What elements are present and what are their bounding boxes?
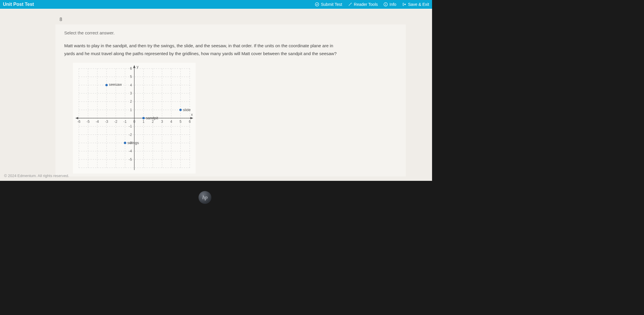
svg-marker-33 (75, 117, 78, 119)
svg-text:2: 2 (130, 99, 132, 104)
svg-text:2: 2 (152, 120, 154, 124)
svg-text:x: x (191, 112, 193, 117)
svg-rect-3 (386, 4, 386, 4)
save-exit-button[interactable]: Save & Exit (402, 2, 429, 7)
svg-marker-32 (190, 117, 193, 119)
svg-text:-4: -4 (96, 120, 99, 124)
copyright-footer: © 2024 Edmentum. All rights reserved. (4, 174, 69, 178)
save-exit-label: Save & Exit (408, 2, 429, 7)
info-icon (384, 2, 388, 6)
point-slide (179, 109, 182, 111)
point-seesaw (105, 84, 108, 86)
info-button[interactable]: Info (384, 2, 396, 7)
point-sandpit (142, 117, 145, 119)
submit-test-button[interactable]: Submit Test (315, 2, 342, 7)
info-label: Info (389, 2, 396, 7)
reader-tools-label: Reader Tools (354, 2, 378, 7)
instruction-text: Select the correct answer. (64, 30, 397, 35)
point-swings (124, 142, 126, 144)
svg-text:3: 3 (161, 120, 163, 124)
submit-test-label: Submit Test (321, 2, 342, 7)
svg-rect-2 (386, 4, 386, 5)
question-area: 8 Select the correct answer. Matt wants … (55, 15, 406, 176)
svg-text:0: 0 (133, 120, 135, 124)
svg-text:6: 6 (189, 120, 191, 124)
svg-text:-5: -5 (86, 120, 90, 124)
svg-text:4: 4 (130, 83, 132, 87)
svg-text:y: y (137, 64, 139, 69)
question-number: 8 (55, 15, 406, 24)
svg-text:-5: -5 (129, 158, 132, 162)
svg-text:1: 1 (130, 108, 132, 112)
check-circle-icon (315, 2, 319, 6)
svg-text:4: 4 (170, 120, 172, 124)
svg-text:5: 5 (130, 75, 132, 79)
wand-icon (348, 2, 352, 6)
top-toolbar: Unit Post Test Submit Test Reader Tools … (0, 0, 432, 9)
point-label-sandpit: sandpit (146, 116, 158, 120)
point-label-slide: slide (183, 108, 191, 112)
exit-icon (402, 2, 406, 6)
svg-text:-2: -2 (114, 120, 117, 124)
svg-text:-4: -4 (129, 149, 132, 153)
hp-logo: hp (199, 191, 211, 204)
svg-marker-34 (133, 65, 135, 68)
point-label-swings: swings (127, 141, 139, 145)
svg-text:6: 6 (130, 66, 132, 71)
svg-text:-1: -1 (123, 120, 127, 124)
coordinate-chart-svg: -6-5-4-3-2-10123456-5-4-3-2-1123456xysee… (73, 63, 196, 174)
test-title: Unit Post Test (3, 2, 34, 7)
question-card: Select the correct answer. Matt wants to… (55, 24, 406, 176)
app-screen: Unit Post Test Submit Test Reader Tools … (0, 0, 432, 181)
svg-text:-1: -1 (129, 124, 132, 128)
svg-text:-2: -2 (129, 133, 132, 137)
svg-text:-6: -6 (77, 120, 81, 124)
question-text: Matt wants to play in the sandpit, and t… (64, 42, 342, 57)
svg-text:3: 3 (130, 91, 132, 95)
svg-text:5: 5 (180, 120, 182, 124)
svg-text:-3: -3 (105, 120, 108, 124)
point-label-seesaw: seesaw (109, 82, 122, 87)
coordinate-plane: -6-5-4-3-2-10123456-5-4-3-2-1123456xysee… (73, 63, 196, 174)
reader-tools-button[interactable]: Reader Tools (348, 2, 378, 7)
svg-text:1: 1 (142, 120, 145, 124)
hp-logo-text: hp (202, 195, 208, 201)
